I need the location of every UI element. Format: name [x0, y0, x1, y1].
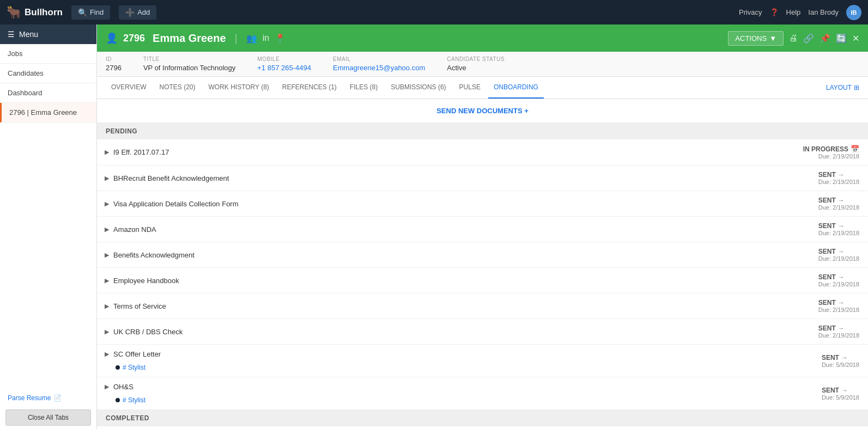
brand-name: Bullhorn [25, 7, 63, 18]
layout-button[interactable]: LAYOUT ⊞ [826, 84, 859, 91]
candidate-person-icon: 👤 [106, 32, 118, 44]
expand-icon[interactable]: ▶ [105, 149, 109, 156]
search-icon: 🔍 [78, 8, 87, 17]
doc-status: SENT → [818, 222, 859, 230]
expand-icon[interactable]: ▶ [105, 351, 109, 358]
brand-icon: 🐂 [7, 5, 21, 20]
find-button[interactable]: 🔍 Find [71, 5, 110, 20]
doc-due: Due: 2/19/2018 [818, 255, 859, 262]
doc-status: SENT → [822, 354, 859, 361]
doc-row-uk-crb[interactable]: ▶ UK CRB / DBS Check SENT → Due: 2/19/20… [97, 319, 868, 345]
tab-overview[interactable]: OVERVIEW [106, 77, 151, 99]
tab-submissions[interactable]: SUBMISSIONS (6) [385, 77, 451, 99]
main-content: 👤 2796 Emma Greene | 👥 in 📍 ACTIONS ▼ 🖨 … [97, 24, 868, 429]
sidebar-item-emma-greene[interactable]: 2796 | Emma Greene [0, 103, 96, 122]
separator: | [235, 32, 238, 45]
doc-due: Due: 2/19/2018 [818, 204, 859, 211]
sidebar-item-candidates[interactable]: Candidates [0, 64, 96, 83]
candidate-header: 👤 2796 Emma Greene | 👥 in 📍 ACTIONS ▼ 🖨 … [97, 24, 868, 52]
doc-due: Due: 2/19/2018 [818, 230, 859, 236]
tab-work-history[interactable]: WORK HISTORY (8) [203, 77, 274, 99]
sidebar-item-dashboard[interactable]: Dashboard [0, 83, 96, 103]
tabs-list: OVERVIEW NOTES (20) WORK HISTORY (8) REF… [106, 77, 546, 99]
doc-due: Due: 2/19/2018 [818, 307, 859, 313]
help-link[interactable]: Help [786, 8, 801, 16]
upload-icon: 📄 [53, 394, 62, 402]
doc-status: SENT → [818, 197, 859, 204]
pending-section-header: PENDING [97, 123, 868, 139]
arrow-icon: → [841, 387, 848, 394]
expand-icon[interactable]: ▶ [105, 226, 109, 233]
doc-row-terms-service[interactable]: ▶ Terms of Service SENT → Due: 2/19/2018 [97, 293, 868, 319]
sidebar-item-jobs[interactable]: Jobs [0, 44, 96, 64]
pin-icon[interactable]: 📌 [820, 33, 830, 44]
top-nav-right: Privacy ❓ Help Ian Brody IB [739, 5, 861, 20]
tab-onboarding[interactable]: ONBOARDING [488, 77, 544, 99]
tab-references[interactable]: REFERENCES (1) [277, 77, 342, 99]
expand-icon[interactable]: ▶ [105, 277, 109, 284]
info-title: TITLE VP of Information Technology [143, 56, 235, 72]
candidate-header-left: 👤 2796 Emma Greene | 👥 in 📍 [106, 32, 286, 45]
arrow-icon: → [838, 197, 845, 204]
expand-icon[interactable]: ▶ [105, 200, 109, 207]
link-icon[interactable]: 🔗 [803, 33, 814, 44]
expand-icon[interactable]: ▶ [105, 328, 109, 335]
info-status: CANDIDATE STATUS Active [447, 56, 505, 72]
user-name: Ian Brody [808, 8, 839, 16]
doc-row-visa[interactable]: ▶ Visa Application Details Collection Fo… [97, 191, 868, 217]
expand-icon[interactable]: ▶ [105, 303, 109, 310]
tab-files[interactable]: FILES (8) [344, 77, 383, 99]
close-icon[interactable]: ✕ [852, 33, 859, 44]
close-all-tabs-button[interactable]: Close All Tabs [5, 409, 91, 426]
user-avatar[interactable]: IB [846, 5, 861, 20]
doc-status: SENT → [818, 248, 859, 255]
candidate-header-right: ACTIONS ▼ 🖨 🔗 📌 🔄 ✕ [728, 31, 859, 46]
send-new-documents-link[interactable]: SEND NEW DOCUMENTS + [436, 107, 529, 115]
doc-status: SENT → [818, 324, 859, 332]
arrow-icon: → [838, 171, 845, 179]
help-icon: ❓ [770, 8, 779, 16]
doc-row-sc-offer-letter[interactable]: ▶ SC Offer Letter # Stylist SENT → Due: … [97, 345, 868, 377]
chevron-down-icon: ▼ [769, 34, 776, 42]
doc-row-amazon-nda[interactable]: ▶ Amazon NDA SENT → Due: 2/19/2018 [97, 217, 868, 242]
doc-status: SENT → [818, 299, 859, 307]
doc-status: SENT → [822, 387, 859, 394]
info-email: EMAIL Emmagreene15@yahoo.com [333, 56, 425, 72]
refresh-icon[interactable]: 🔄 [836, 33, 847, 44]
top-nav: 🐂 Bullhorn 🔍 Find ➕ Add Privacy ❓ Help I… [0, 0, 868, 24]
brand-logo: 🐂 Bullhorn [7, 5, 63, 20]
hamburger-icon: ☰ [8, 30, 15, 39]
expand-icon[interactable]: ▶ [105, 175, 109, 182]
doc-due: Due: 2/19/2018 [803, 153, 859, 160]
menu-header[interactable]: ☰ Menu [0, 24, 96, 44]
calendar-icon[interactable]: 📅 [851, 145, 859, 153]
info-bar: ID 2796 TITLE VP of Information Technolo… [97, 52, 868, 77]
doc-row-benefits-ack[interactable]: ▶ Benefits Acknowledgment SENT → Due: 2/… [97, 242, 868, 268]
doc-row-employee-handbook[interactable]: ▶ Employee Handbook SENT → Due: 2/19/201… [97, 268, 868, 293]
actions-button[interactable]: ACTIONS ▼ [728, 31, 784, 46]
add-button[interactable]: ➕ Add [119, 5, 156, 20]
expand-icon[interactable]: ▶ [105, 383, 109, 390]
stylist-link-1[interactable]: # Stylist [123, 364, 145, 371]
location-icon[interactable]: 📍 [275, 33, 286, 44]
parse-resume-link[interactable]: Parse Resume 📄 [0, 390, 96, 406]
person-icon[interactable]: 👥 [246, 33, 257, 44]
tab-notes[interactable]: NOTES (20) [154, 77, 201, 99]
doc-row-ohs[interactable]: ▶ OH&S # Stylist SENT → Due: 5/9/2018 [97, 377, 868, 410]
print-icon[interactable]: 🖨 [789, 33, 798, 43]
linkedin-icon[interactable]: in [263, 33, 269, 44]
arrow-icon: → [838, 248, 845, 255]
privacy-link[interactable]: Privacy [739, 8, 762, 16]
expand-icon[interactable]: ▶ [105, 252, 109, 259]
doc-due: Due: 2/19/2018 [818, 281, 859, 287]
doc-row-bhrecruit[interactable]: ▶ BHRecruit Benefit Acknowledgement SENT… [97, 166, 868, 191]
arrow-icon: → [838, 273, 845, 281]
arrow-icon: → [841, 354, 848, 361]
doc-status: SENT → [818, 171, 859, 179]
doc-row-i9[interactable]: ▶ I9 Eff. 2017.07.17 IN PROGRESS 📅 Due: … [97, 139, 868, 166]
arrow-icon: → [838, 222, 845, 230]
doc-sub-stylist: # Stylist [116, 364, 145, 371]
candidate-social-icons: 👥 in 📍 [246, 33, 286, 44]
tab-pulse[interactable]: PULSE [454, 77, 486, 99]
stylist-link-2[interactable]: # Stylist [123, 396, 145, 404]
